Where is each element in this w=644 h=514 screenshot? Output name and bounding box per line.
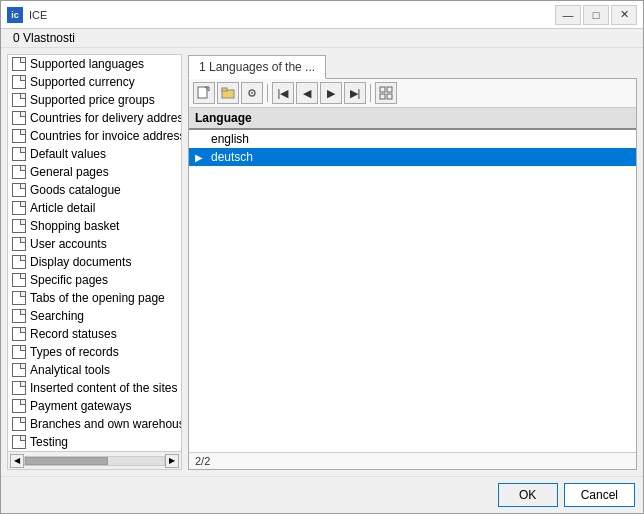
doc-icon xyxy=(12,273,26,287)
sidebar-item[interactable]: Branches and own warehouses xyxy=(8,415,181,433)
sidebar-item[interactable]: Shopping basket xyxy=(8,217,181,235)
sidebar-item[interactable]: Countries for invoice addresses xyxy=(8,127,181,145)
toolbar-separator-2 xyxy=(370,84,371,102)
sidebar-item[interactable]: Analytical tools xyxy=(8,361,181,379)
right-panel: 1 Languages of the ... xyxy=(188,54,637,470)
sidebar-item-label: Analytical tools xyxy=(30,363,110,377)
sidebar-item[interactable]: Types of records xyxy=(8,343,181,361)
tab-content: |◀ ◀ ▶ ▶| Lan xyxy=(188,78,637,470)
sidebar-item[interactable]: Supported languages xyxy=(8,55,181,73)
title-bar: ic ICE — □ ✕ xyxy=(1,1,643,29)
sidebar-item[interactable]: Supported price groups xyxy=(8,91,181,109)
sidebar-item-label: Types of records xyxy=(30,345,119,359)
scroll-left-arrow[interactable]: ◀ xyxy=(10,454,24,468)
grid-icon xyxy=(379,86,393,100)
doc-icon xyxy=(12,363,26,377)
horizontal-scrollbar[interactable]: ◀ ▶ xyxy=(8,451,181,469)
new-record-button[interactable] xyxy=(193,82,215,104)
doc-icon xyxy=(12,255,26,269)
scroll-thumb[interactable] xyxy=(25,457,108,465)
doc-icon xyxy=(12,327,26,341)
sidebar-item-label: Supported currency xyxy=(30,75,135,89)
scroll-right-arrow[interactable]: ▶ xyxy=(165,454,179,468)
sidebar-item-label: Record statuses xyxy=(30,327,117,341)
maximize-button[interactable]: □ xyxy=(583,5,609,25)
minimize-button[interactable]: — xyxy=(555,5,581,25)
ok-button[interactable]: OK xyxy=(498,483,558,507)
settings-button[interactable] xyxy=(241,82,263,104)
sidebar-item[interactable]: Goods catalogue xyxy=(8,181,181,199)
doc-icon xyxy=(12,93,26,107)
sidebar-item[interactable]: Specific pages xyxy=(8,271,181,289)
language-value: english xyxy=(211,132,249,146)
sidebar-item[interactable]: Searching xyxy=(8,307,181,325)
doc-icon xyxy=(12,57,26,71)
doc-icon xyxy=(12,147,26,161)
svg-rect-6 xyxy=(380,87,385,92)
toolbar-separator-1 xyxy=(267,84,268,102)
doc-icon xyxy=(12,219,26,233)
sidebar-scroll[interactable]: Supported languagesSupported currencySup… xyxy=(8,55,181,451)
grid-column-header: Language xyxy=(189,108,636,130)
sidebar-item[interactable]: Countries for delivery address xyxy=(8,109,181,127)
svg-rect-0 xyxy=(198,87,207,98)
first-record-button[interactable]: |◀ xyxy=(272,82,294,104)
next-record-button[interactable]: ▶ xyxy=(320,82,342,104)
settings-icon xyxy=(245,86,259,100)
sidebar-item[interactable]: Testing xyxy=(8,433,181,451)
sidebar-item-label: Goods catalogue xyxy=(30,183,121,197)
language-value: deutsch xyxy=(211,150,253,164)
sidebar-item[interactable]: Default values xyxy=(8,145,181,163)
sidebar-item[interactable]: Supported currency xyxy=(8,73,181,91)
doc-icon xyxy=(12,381,26,395)
sidebar-item[interactable]: Article detail xyxy=(8,199,181,217)
scroll-track[interactable] xyxy=(24,456,165,466)
sidebar-item[interactable]: Tabs of the opening page xyxy=(8,289,181,307)
sidebar-item-label: Shopping basket xyxy=(30,219,119,233)
svg-rect-7 xyxy=(387,87,392,92)
sidebar-item-label: Default values xyxy=(30,147,106,161)
table-row[interactable]: english xyxy=(189,130,636,148)
sidebar-item-label: Searching xyxy=(30,309,84,323)
sidebar-item[interactable]: General pages xyxy=(8,163,181,181)
sidebar-item[interactable]: Payment gateways xyxy=(8,397,181,415)
sidebar-item[interactable]: Display documents xyxy=(8,253,181,271)
sidebar-item-label: Countries for invoice addresses xyxy=(30,129,181,143)
last-record-button[interactable]: ▶| xyxy=(344,82,366,104)
main-window: ic ICE — □ ✕ 0 Vlastnosti Supported lang… xyxy=(0,0,644,514)
menu-bar: 0 Vlastnosti xyxy=(1,29,643,48)
sidebar-item[interactable]: User accounts xyxy=(8,235,181,253)
sidebar-item[interactable]: Record statuses xyxy=(8,325,181,343)
main-area: Supported languagesSupported currencySup… xyxy=(1,48,643,476)
new-icon xyxy=(197,86,211,100)
prev-record-button[interactable]: ◀ xyxy=(296,82,318,104)
sidebar-item-label: Inserted content of the sites xyxy=(30,381,177,395)
doc-icon xyxy=(12,435,26,449)
status-bar: 2/2 xyxy=(189,452,636,469)
doc-icon xyxy=(12,417,26,431)
sidebar-item-label: User accounts xyxy=(30,237,107,251)
sidebar-item[interactable]: Inserted content of the sites xyxy=(8,379,181,397)
doc-icon xyxy=(12,75,26,89)
sidebar-item-label: Testing xyxy=(30,435,68,449)
doc-icon xyxy=(12,309,26,323)
left-panel: Supported languagesSupported currencySup… xyxy=(7,54,182,470)
open-button[interactable] xyxy=(217,82,239,104)
tab-languages[interactable]: 1 Languages of the ... xyxy=(188,55,326,79)
extra-button[interactable] xyxy=(375,82,397,104)
table-row[interactable]: ▶deutsch xyxy=(189,148,636,166)
svg-rect-9 xyxy=(387,94,392,99)
close-button[interactable]: ✕ xyxy=(611,5,637,25)
menu-vlastnosti[interactable]: 0 Vlastnosti xyxy=(9,29,79,47)
grid-body[interactable]: english▶deutsch xyxy=(189,130,636,452)
sidebar-item-label: Supported price groups xyxy=(30,93,155,107)
sidebar-item-label: Tabs of the opening page xyxy=(30,291,165,305)
doc-icon xyxy=(12,345,26,359)
cancel-button[interactable]: Cancel xyxy=(564,483,635,507)
sidebar-item-label: Specific pages xyxy=(30,273,108,287)
sidebar-item-label: Countries for delivery address xyxy=(30,111,181,125)
doc-icon xyxy=(12,183,26,197)
sidebar-item-label: Branches and own warehouses xyxy=(30,417,181,431)
doc-icon xyxy=(12,291,26,305)
doc-icon xyxy=(12,399,26,413)
